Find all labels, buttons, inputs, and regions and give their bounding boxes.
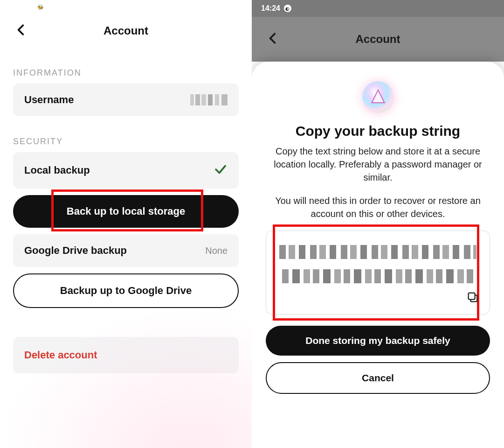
backup-gdrive-button[interactable]: Backup up to Google Drive (13, 273, 239, 308)
backup-local-button-label: Back up to local storage (67, 205, 185, 217)
cancel-button-label: Cancel (362, 372, 394, 383)
cancel-button[interactable]: Cancel (266, 362, 490, 394)
done-button[interactable]: Done storing my backup safely (266, 326, 490, 356)
content-left: INFORMATION Username SECURITY Local back… (0, 68, 252, 373)
status-dot-icon: ◐ (284, 5, 291, 12)
right-phone: 14:24 ◐ Account Copy your backup string … (252, 0, 504, 448)
backup-string-redacted-line2 (279, 269, 476, 283)
backup-gdrive-button-strong: Google Drive (128, 285, 192, 296)
copy-icon[interactable] (466, 291, 479, 306)
local-backup-row[interactable]: Local backup (13, 152, 239, 189)
local-backup-label: Local backup (24, 164, 90, 176)
backup-string-box[interactable] (266, 231, 490, 315)
bottom-sheet: Copy your backup string Copy the text st… (252, 62, 504, 448)
gdrive-backup-label: Google Drive backup (24, 245, 127, 257)
done-button-label: Done storing my backup safely (305, 335, 450, 346)
header-right-dimmed: Account (252, 17, 504, 62)
sheet-desc-2: You will need this in order to recover o… (266, 194, 490, 220)
bee-icon: 🐝 (37, 4, 44, 10)
gdrive-backup-row[interactable]: Google Drive backup None (13, 234, 239, 267)
section-information-label: INFORMATION (13, 68, 239, 78)
section-security-label: SECURITY (13, 137, 239, 147)
sheet-desc-1: Copy the text string below and store it … (266, 145, 490, 184)
app-logo-icon (359, 78, 397, 116)
page-title-right: Account (252, 33, 504, 46)
status-bar-right: 14:24 ◐ (252, 0, 504, 17)
svg-rect-1 (469, 293, 475, 300)
backup-local-button[interactable]: Back up to local storage (13, 195, 239, 228)
check-icon (214, 162, 228, 178)
page-title-left: Account (0, 24, 252, 37)
left-phone: 🐝 Account INFORMATION Username SECURITY … (0, 0, 252, 448)
back-icon (267, 32, 279, 46)
backup-gdrive-button-prefix: Backup up to (60, 285, 128, 296)
username-row[interactable]: Username (13, 84, 239, 116)
header-left: Account (0, 14, 252, 48)
status-time: 14:24 (261, 4, 280, 13)
delete-account-row[interactable]: Delete account (13, 337, 239, 373)
delete-account-label: Delete account (24, 349, 97, 361)
status-bar-left: 🐝 (0, 0, 252, 14)
gdrive-backup-value: None (205, 245, 228, 256)
username-label: Username (24, 94, 74, 106)
sheet-title: Copy your backup string (266, 123, 490, 139)
backup-string-redacted-line1 (279, 245, 476, 259)
username-value-redacted (190, 94, 228, 105)
back-icon[interactable] (15, 24, 27, 38)
right-base: 14:24 ◐ Account Copy your backup string … (252, 0, 504, 448)
